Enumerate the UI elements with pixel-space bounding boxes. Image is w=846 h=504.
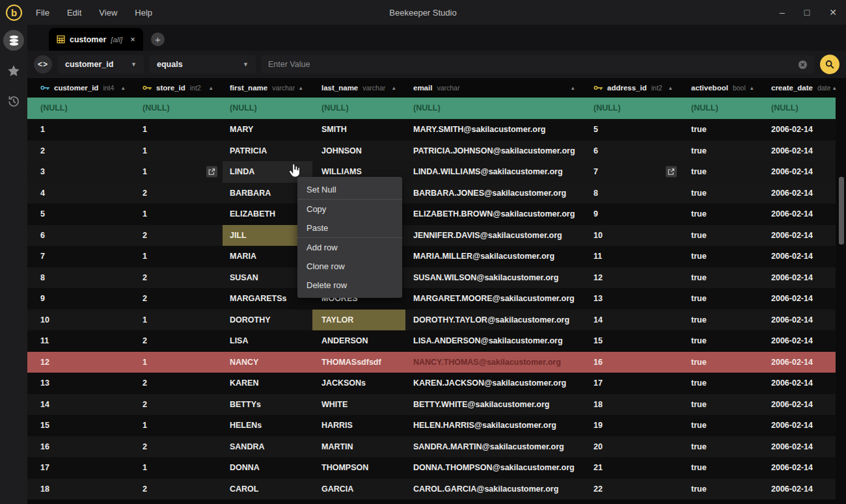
cell-create_date[interactable]: 2006-02-14 — [763, 373, 836, 394]
cell-customer_id[interactable]: 1 — [27, 119, 135, 140]
cell-customer_id[interactable]: 13 — [27, 373, 135, 394]
cell-first_name[interactable]: KAREN — [223, 373, 312, 394]
cell-address_id[interactable]: 5 — [584, 119, 682, 140]
cell-customer_id[interactable]: 7 — [27, 246, 135, 267]
cell-address_id[interactable]: 6 — [584, 140, 682, 162]
null-cell[interactable]: (NULL) — [223, 98, 312, 119]
cell-create_date[interactable]: 2006-02-14 — [763, 161, 836, 183]
table-row[interactable]: 92MARGARETSsMOORESMARGARET.MOORE@sakilac… — [27, 288, 836, 310]
null-cell[interactable]: (NULL) — [135, 98, 223, 119]
cell-create_date[interactable]: 2006-02-14 — [763, 352, 836, 373]
cell-first_name[interactable]: SANDRA — [223, 436, 312, 458]
cell-last_name[interactable]: JACKSONs — [312, 373, 405, 394]
cell-last_name[interactable]: GARCIA — [312, 479, 405, 500]
menu-help[interactable]: Help — [135, 8, 152, 18]
table-row[interactable]: 112LISAANDERSONLISA.ANDERSON@sakilacusto… — [27, 330, 836, 352]
menu-edit[interactable]: Edit — [67, 8, 81, 18]
cell-customer_id[interactable]: 8 — [27, 267, 135, 289]
null-cell[interactable]: (NULL) — [682, 98, 763, 119]
null-cell[interactable]: (NULL) — [763, 98, 836, 119]
column-header-store_id[interactable]: store_idint2▲ — [135, 78, 223, 98]
cell-create_date[interactable]: 2006-02-14 — [763, 267, 836, 289]
table-row[interactable]: 21PATRICIAJOHNSONPATRICIA.JOHNSON@sakila… — [27, 140, 836, 162]
cell-first_name[interactable]: PATRICIA — [223, 140, 312, 162]
cell-customer_id[interactable]: 17 — [27, 457, 135, 479]
cell-first_name[interactable]: NANCY — [223, 352, 312, 373]
cell-customer_id[interactable]: 5 — [27, 204, 135, 225]
cell-address_id[interactable]: 21 — [584, 457, 682, 479]
column-header-customer_id[interactable]: customer_idint4▲ — [27, 78, 135, 98]
table-row[interactable]: 162SANDRAMARTINSANDRA.MARTIN@sakilacusto… — [27, 436, 836, 458]
cell-create_date[interactable]: 2006-02-14 — [763, 183, 836, 204]
cell-address_id[interactable]: 13 — [584, 288, 682, 310]
cell-create_date[interactable]: 2006-02-14 — [763, 310, 836, 331]
null-insert-row[interactable]: (NULL)(NULL)(NULL)(NULL)(NULL)(NULL)(NUL… — [27, 98, 836, 119]
sort-asc-icon[interactable]: ▲ — [750, 85, 754, 91]
cell-first_name[interactable]: DONNA — [223, 457, 312, 479]
cell-customer_id[interactable]: 3 — [27, 161, 135, 183]
cell-address_id[interactable]: 11 — [584, 246, 682, 267]
cell-email[interactable]: MARGARET.MOORE@sakilacustomer.org — [405, 288, 584, 310]
cell-email[interactable]: NANCY.THOMAS@sakilacustomer.org — [405, 352, 584, 373]
cell-create_date[interactable]: 2006-02-14 — [763, 457, 836, 479]
cell-last_name[interactable]: ANDERSON — [312, 330, 405, 352]
cell-activebool[interactable]: true — [682, 330, 763, 352]
context-menu-item-add-row[interactable]: Add row — [297, 238, 402, 257]
cell-create_date[interactable]: 2006-02-14 — [763, 415, 836, 436]
tab-close-icon[interactable]: × — [130, 34, 135, 44]
cell-activebool[interactable]: true — [682, 161, 763, 183]
cell-last_name[interactable]: HARRIS — [312, 415, 405, 436]
cell-first_name[interactable]: LISA — [223, 330, 312, 352]
cell-address_id[interactable]: 17 — [584, 373, 682, 394]
cell-first_name[interactable]: CAROL — [223, 479, 312, 500]
cell-customer_id[interactable]: 9 — [27, 288, 135, 310]
cell-last_name[interactable]: WHITE — [312, 394, 405, 416]
cell-address_id[interactable]: 10 — [584, 225, 682, 246]
cell-email[interactable]: ELIZABETH.BROWN@sakilacustomer.org — [405, 204, 584, 225]
cell-store_id[interactable]: 1 — [135, 119, 223, 140]
cell-activebool[interactable]: true — [682, 119, 763, 140]
cell-first_name[interactable]: DOROTHY — [223, 310, 312, 331]
vertical-scrollbar[interactable] — [839, 177, 844, 245]
cell-customer_id[interactable]: 11 — [27, 330, 135, 352]
cell-email[interactable]: HELEN.HARRIS@sakilacustomer.org — [405, 415, 584, 436]
cell-store_id[interactable]: 1 — [135, 310, 223, 331]
cell-customer_id[interactable]: 16 — [27, 436, 135, 458]
cell-first_name[interactable]: MARY — [223, 119, 312, 140]
cell-store_id[interactable]: 2 — [135, 288, 223, 310]
minimize-button[interactable]: – — [780, 7, 785, 18]
cell-address_id[interactable]: 7 — [584, 161, 682, 183]
column-header-first_name[interactable]: first_namevarchar▲ — [223, 78, 312, 98]
sidebar-item-history[interactable] — [3, 91, 24, 112]
cell-customer_id[interactable]: 18 — [27, 479, 135, 500]
new-tab-button[interactable]: + — [151, 33, 165, 46]
cell-activebool[interactable]: true — [682, 225, 763, 246]
cell-email[interactable]: DONNA.THOMPSON@sakilacustomer.org — [405, 457, 584, 479]
cell-create_date[interactable]: 2006-02-14 — [763, 479, 836, 500]
cell-store_id[interactable]: 1 — [135, 140, 223, 162]
cell-activebool[interactable]: true — [682, 204, 763, 225]
cell-email[interactable]: DOROTHY.TAYLOR@sakilacustomer.org — [405, 310, 584, 331]
cell-create_date[interactable]: 2006-02-14 — [763, 119, 836, 140]
cell-customer_id[interactable]: 15 — [27, 415, 135, 436]
maximize-button[interactable]: □ — [804, 7, 810, 18]
cell-create_date[interactable]: 2006-02-14 — [763, 204, 836, 225]
cell-activebool[interactable]: true — [682, 310, 763, 331]
cell-store_id[interactable]: 1 — [135, 161, 223, 183]
sort-asc-icon[interactable]: ▲ — [299, 85, 303, 91]
cell-email[interactable]: SANDRA.MARTIN@sakilacustomer.org — [405, 436, 584, 458]
null-cell[interactable]: (NULL) — [584, 98, 682, 119]
cell-create_date[interactable]: 2006-02-14 — [763, 288, 836, 310]
cell-email[interactable]: MARY.SMITH@sakilacustomer.org — [405, 119, 584, 140]
cell-store_id[interactable]: 2 — [135, 183, 223, 204]
filter-operator-select[interactable]: equals ▼ — [150, 55, 256, 73]
table-row[interactable]: 82SUSANWILSONSUSAN.WILSON@sakilacustomer… — [27, 267, 836, 289]
sort-asc-icon[interactable]: ▲ — [832, 85, 837, 91]
cell-create_date[interactable]: 2006-02-14 — [763, 246, 836, 267]
cell-address_id[interactable]: 20 — [584, 436, 682, 458]
sort-asc-icon[interactable]: ▲ — [392, 85, 396, 91]
cell-activebool[interactable]: true — [682, 140, 763, 162]
cell-email[interactable]: BETTY.WHITE@sakilacustomer.org — [405, 394, 584, 416]
cell-email[interactable]: SUSAN.WILSON@sakilacustomer.org — [405, 267, 584, 289]
table-row[interactable]: 142BETTYsWHITEBETTY.WHITE@sakilacustomer… — [27, 394, 836, 416]
